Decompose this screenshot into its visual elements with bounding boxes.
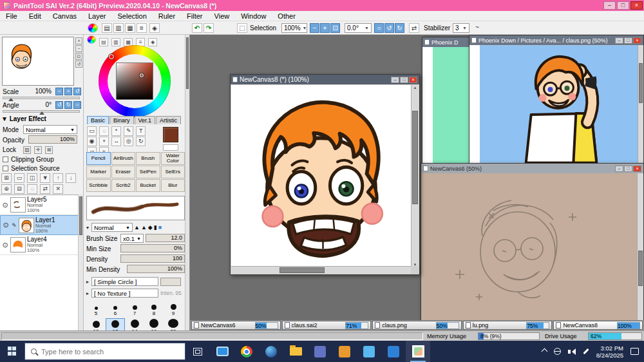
vertical-scrollbar[interactable] xyxy=(638,45,643,163)
zoom-in-button[interactable]: + xyxy=(320,23,330,33)
size-preset-5[interactable]: 5 xyxy=(86,300,106,317)
taskbar-search[interactable] xyxy=(24,343,185,360)
brush-brush[interactable]: Brush xyxy=(136,152,160,165)
doc-tab-claus-png[interactable]: claus.png 50% xyxy=(372,321,462,330)
tray-expand-chevron-icon[interactable] xyxy=(541,348,547,355)
select-pen-tool[interactable]: ✎ xyxy=(124,126,133,136)
lasso-tool[interactable]: ◌ xyxy=(99,126,109,136)
scale-plus-button[interactable]: + xyxy=(64,88,72,95)
brush-watercolor[interactable]: Water Color xyxy=(161,152,185,165)
visibility-eye-icon[interactable]: ⊙ xyxy=(1,241,9,249)
window-claus-content[interactable] xyxy=(469,45,643,163)
brush-size-unit-dropdown[interactable]: x0.1▼ xyxy=(120,234,144,243)
vertical-scrollbar[interactable] xyxy=(637,173,643,320)
brush-scribble[interactable]: Scribble xyxy=(86,179,111,192)
speaker-icon[interactable] xyxy=(568,348,576,355)
maximize-button[interactable]: □ xyxy=(400,77,408,83)
hue-wheel-icon[interactable] xyxy=(87,35,96,44)
eyedropper-tool[interactable]: ◉ xyxy=(87,137,97,146)
copy-layer-button[interactable]: ⊕ xyxy=(1,184,12,194)
hand-tool[interactable]: ↔ xyxy=(111,137,121,146)
scale-slider-marker[interactable] xyxy=(8,95,14,101)
taskbar-icon-discord[interactable] xyxy=(308,341,332,362)
expand-icon[interactable]: ▸ xyxy=(86,279,91,285)
menu-view[interactable]: View xyxy=(209,12,236,20)
menu-ruler[interactable]: Ruler xyxy=(153,12,181,20)
size-preset-7[interactable]: 7 xyxy=(125,300,144,317)
resize-grip[interactable] xyxy=(411,266,419,274)
brush-bucket[interactable]: Bucket xyxy=(136,179,160,192)
min-size-slider[interactable]: 0% xyxy=(120,244,185,252)
start-button[interactable] xyxy=(0,341,24,362)
menu-other[interactable]: Other xyxy=(272,12,301,20)
delete-layer-button[interactable]: ✕ xyxy=(53,184,63,194)
angle-dropdown[interactable]: 0.0°▼ xyxy=(345,23,372,33)
move-layer-up-button[interactable]: ↑ xyxy=(53,173,63,183)
taskbar-clock[interactable]: 3:02 PM 8/24/2025 xyxy=(596,345,623,359)
menu-filter[interactable]: Filter xyxy=(181,12,208,20)
clear-layer-button[interactable]: ◌ xyxy=(27,184,37,194)
navigator-zoom-out-button[interactable]: − xyxy=(75,45,82,52)
opacity-slider[interactable]: 100% xyxy=(28,135,77,144)
navigator-reset-button[interactable]: ↺ xyxy=(75,61,82,68)
magic-wand-tool[interactable]: * xyxy=(111,126,121,136)
layer-effect-header[interactable]: ▼ Layer Effect xyxy=(1,115,46,122)
taskbar-icon-chrome[interactable] xyxy=(234,341,259,362)
size-preset-8[interactable]: 8 xyxy=(144,300,164,317)
color-mixer-view-icon[interactable]: ▥ xyxy=(111,38,120,46)
visibility-eye-icon[interactable]: ⊙ xyxy=(2,221,10,229)
network-icon[interactable] xyxy=(554,348,561,355)
paste-layer-button[interactable]: ⊟ xyxy=(14,184,24,194)
window-phoenix[interactable]: Phoenix D xyxy=(422,37,470,163)
new-layer-button[interactable]: ⊞ xyxy=(1,173,12,183)
panel-scrollbar[interactable] xyxy=(185,35,189,330)
selection-mode-icon[interactable]: ⬚ xyxy=(237,23,247,33)
zoom-out-button[interactable]: − xyxy=(310,23,319,33)
text-tool[interactable]: T xyxy=(136,126,146,136)
undo-button[interactable]: ↶ xyxy=(192,23,202,33)
view-option-icon-2[interactable]: ▥ xyxy=(113,23,124,33)
brush-selpen[interactable]: SelPen xyxy=(136,166,160,178)
lock-move-icon[interactable]: ✛ xyxy=(34,146,42,154)
zoom-tool[interactable]: ◎ xyxy=(124,137,133,146)
minimize-button[interactable]: – xyxy=(603,1,616,10)
angle-reset-button[interactable]: ○ xyxy=(73,101,81,109)
layer-list-scrollbar[interactable] xyxy=(78,195,83,330)
window-canvas6-titlebar[interactable]: NewCanvas6 (50%) – □ × xyxy=(421,164,643,173)
taskbar-icon-browser[interactable] xyxy=(259,341,283,362)
close-button[interactable]: × xyxy=(633,37,641,44)
maximize-button[interactable]: □ xyxy=(624,37,632,44)
angle-reset-button[interactable]: ○ xyxy=(374,23,384,33)
current-color-swatch[interactable] xyxy=(163,127,178,142)
brush-airbrush[interactable]: AirBrush xyxy=(111,152,136,165)
secondary-color-swatch[interactable] xyxy=(163,144,178,151)
taskbar-icon-paint[interactable] xyxy=(332,341,357,362)
brush-tip-bar-icon[interactable]: ▮ xyxy=(154,224,157,231)
layer-row-layer4[interactable]: ⊙ Layer4 Normal 100% xyxy=(0,235,79,255)
view-option-icon-5[interactable]: ◈ xyxy=(149,23,160,33)
shape-strength-slider[interactable] xyxy=(160,278,181,286)
min-density-slider[interactable]: 100% xyxy=(127,265,185,273)
doc-tab-lu-png[interactable]: lu.png 75% xyxy=(463,321,553,330)
flip-horizontal-button[interactable]: ⇄ xyxy=(409,23,419,33)
rotate-cw-button[interactable]: ↻ xyxy=(395,23,404,33)
brush-marker[interactable]: Marker xyxy=(86,166,111,178)
tab-artistic[interactable]: Artistic xyxy=(156,116,181,124)
menu-window[interactable]: Window xyxy=(235,12,272,20)
minimize-button[interactable]: – xyxy=(615,166,623,172)
main-canvas-surface[interactable] xyxy=(231,85,412,267)
brush-texture-dropdown[interactable]: [ No Texture ] xyxy=(91,289,158,298)
brush-tip-triangle2-icon[interactable]: ▲ xyxy=(141,224,147,231)
window-phoenix-content[interactable] xyxy=(422,47,469,163)
size-preset-6[interactable]: 6 xyxy=(106,300,125,317)
window-canvas6-content[interactable] xyxy=(421,173,643,320)
selection-source-row[interactable]: Selection Source xyxy=(3,164,60,173)
menu-selection[interactable]: Selection xyxy=(112,12,153,20)
window-canvas6[interactable]: NewCanvas6 (50%) – □ × xyxy=(421,163,644,320)
view-option-icon-1[interactable]: ▤ xyxy=(102,23,112,33)
angle-ccw-button[interactable]: ↺ xyxy=(55,101,63,109)
tab-ver1[interactable]: Ver.1 xyxy=(135,116,156,124)
scale-reset-button[interactable]: ↺ xyxy=(73,88,81,95)
brush-blur[interactable]: Blur xyxy=(161,179,185,192)
window-newcanvas8[interactable]: NewCanvas8 (*) (100%) – □ × xyxy=(230,74,420,275)
